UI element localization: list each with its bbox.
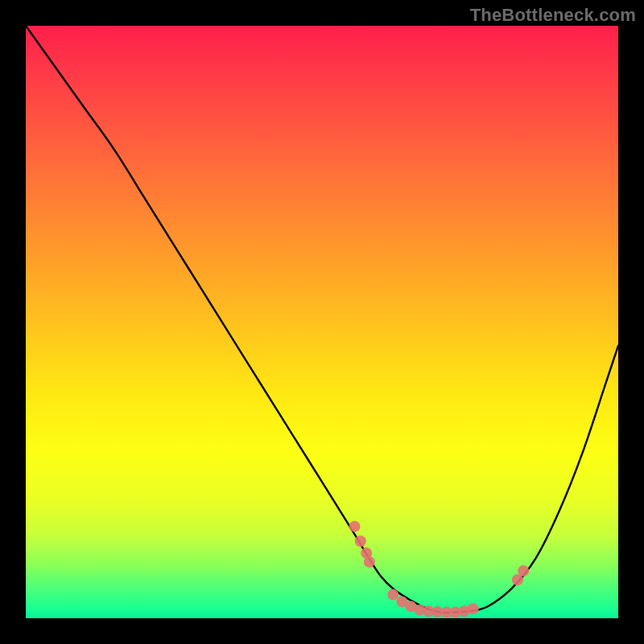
plot-area: [26, 26, 618, 618]
data-marker: [468, 603, 479, 614]
data-marker: [387, 589, 398, 601]
data-marker: [349, 521, 361, 532]
bottleneck-curve: [26, 26, 618, 613]
chart-canvas: TheBottleneck.com: [0, 0, 644, 644]
curve-overlay: [26, 26, 618, 618]
data-marker: [364, 556, 375, 568]
data-marker: [355, 535, 366, 547]
watermark-label: TheBottleneck.com: [470, 5, 636, 26]
data-marker: [518, 565, 529, 576]
